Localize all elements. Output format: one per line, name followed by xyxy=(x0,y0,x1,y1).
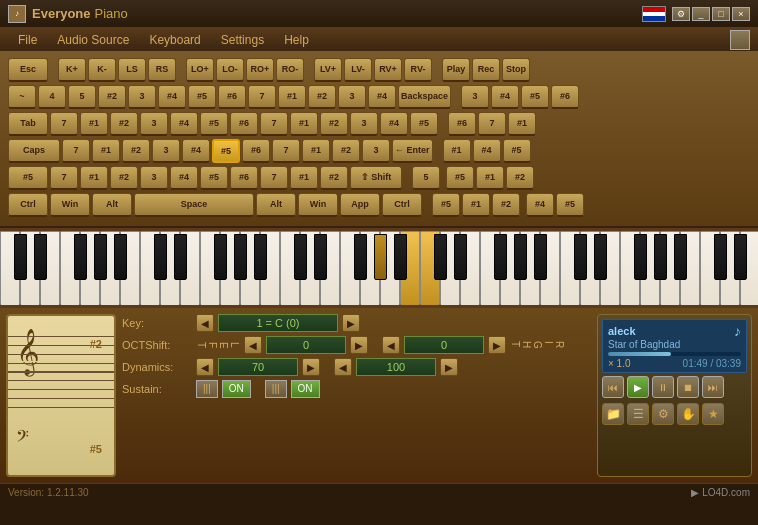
key-3-5[interactable]: 3 xyxy=(152,139,180,163)
close-button[interactable]: × xyxy=(732,7,750,21)
key-3-4[interactable]: 3 xyxy=(350,112,378,136)
key-stop[interactable]: Stop xyxy=(502,58,530,82)
white-key[interactable] xyxy=(80,231,100,307)
white-key[interactable] xyxy=(620,231,640,307)
white-key[interactable] xyxy=(180,231,200,307)
key-esc[interactable]: Esc xyxy=(8,58,48,82)
white-key[interactable] xyxy=(100,231,120,307)
key-7-5[interactable]: 7 xyxy=(272,139,300,163)
toolbar-icon[interactable]: ⚙ xyxy=(672,7,690,21)
player-prev-btn[interactable]: ⏮ xyxy=(602,376,624,398)
key-ro-plus[interactable]: RO+ xyxy=(246,58,274,82)
key-shift[interactable]: ⇧ Shift xyxy=(350,166,402,190)
key-r-s5[interactable]: #5 xyxy=(521,85,549,109)
key-s2-1[interactable]: #2 xyxy=(98,85,126,109)
white-key[interactable] xyxy=(420,231,440,307)
key-s5-highlighted[interactable]: #5 xyxy=(212,139,240,163)
key-s2-3[interactable]: #2 xyxy=(110,112,138,136)
key-left-btn[interactable]: ◀ xyxy=(196,314,214,332)
key-7-6[interactable]: 7 xyxy=(50,166,78,190)
key-s4-1[interactable]: #4 xyxy=(158,85,186,109)
white-key[interactable] xyxy=(200,231,220,307)
white-key[interactable] xyxy=(160,231,180,307)
key-alt-r[interactable]: Alt xyxy=(256,193,296,217)
key-win-l[interactable]: Win xyxy=(50,193,90,217)
white-key[interactable] xyxy=(140,231,160,307)
white-key[interactable] xyxy=(720,231,740,307)
white-key[interactable] xyxy=(240,231,260,307)
key-r-s4[interactable]: #4 xyxy=(491,85,519,109)
sustain-right-toggle[interactable]: ON xyxy=(291,380,320,398)
white-key[interactable] xyxy=(280,231,300,307)
key-ctrl-l[interactable]: Ctrl xyxy=(8,193,48,217)
key-s2-5[interactable]: #2 xyxy=(122,139,150,163)
key-s6-3[interactable]: #6 xyxy=(242,139,270,163)
key-r4-s1[interactable]: #1 xyxy=(476,166,504,190)
white-key[interactable] xyxy=(480,231,500,307)
key-s4-4[interactable]: #4 xyxy=(380,112,408,136)
key-space[interactable]: Space xyxy=(134,193,254,217)
key-s2-6[interactable]: #2 xyxy=(332,139,360,163)
key-s6-2[interactable]: #6 xyxy=(230,112,258,136)
white-key[interactable] xyxy=(40,231,60,307)
white-key[interactable] xyxy=(220,231,240,307)
key-r4-s5[interactable]: #5 xyxy=(446,166,474,190)
key-rs[interactable]: RS xyxy=(148,58,176,82)
key-rv-plus[interactable]: RV+ xyxy=(374,58,402,82)
key-s6-1[interactable]: #6 xyxy=(218,85,246,109)
player-play-btn[interactable]: ▶ xyxy=(627,376,649,398)
key-app[interactable]: App xyxy=(340,193,380,217)
key-s2-4[interactable]: #2 xyxy=(320,112,348,136)
key-7-1[interactable]: 7 xyxy=(248,85,276,109)
oct-left-minus[interactable]: ◀ xyxy=(244,336,262,354)
white-key[interactable] xyxy=(580,231,600,307)
white-key[interactable] xyxy=(540,231,560,307)
key-s1-1[interactable]: #1 xyxy=(278,85,306,109)
key-s5-3[interactable]: #5 xyxy=(410,112,438,136)
key-s5-2[interactable]: #5 xyxy=(200,112,228,136)
dyn-left-plus[interactable]: ▶ xyxy=(302,358,320,376)
key-3-2[interactable]: 3 xyxy=(338,85,366,109)
dyn-right-plus[interactable]: ▶ xyxy=(440,358,458,376)
white-key[interactable] xyxy=(740,231,758,307)
key-r4-s2[interactable]: #2 xyxy=(506,166,534,190)
key-k-minus[interactable]: K- xyxy=(88,58,116,82)
key-s4-6[interactable]: #4 xyxy=(170,166,198,190)
white-key[interactable] xyxy=(440,231,460,307)
menu-settings[interactable]: Settings xyxy=(211,31,274,49)
white-key[interactable] xyxy=(320,231,340,307)
menu-keyboard[interactable]: Keyboard xyxy=(139,31,210,49)
player-progress-bar[interactable] xyxy=(608,352,741,356)
player-stop-btn[interactable]: ⏹ xyxy=(677,376,699,398)
key-lo-minus[interactable]: LO- xyxy=(216,58,244,82)
key-s5-4[interactable]: #5 xyxy=(200,166,228,190)
white-key[interactable] xyxy=(300,231,320,307)
player-list-icon[interactable]: ☰ xyxy=(627,403,649,425)
key-ctrl-r[interactable]: Ctrl xyxy=(382,193,422,217)
key-r5-s4[interactable]: #4 xyxy=(526,193,554,217)
key-caps[interactable]: Caps xyxy=(8,139,60,163)
key-enter[interactable]: ← Enter xyxy=(392,139,433,163)
oct-right-plus[interactable]: ▶ xyxy=(488,336,506,354)
key-play[interactable]: Play xyxy=(442,58,470,82)
key-s2-7[interactable]: #2 xyxy=(110,166,138,190)
oct-left-plus[interactable]: ▶ xyxy=(350,336,368,354)
key-3-7[interactable]: 3 xyxy=(140,166,168,190)
key-s6-4[interactable]: #6 xyxy=(230,166,258,190)
key-ro-minus[interactable]: RO- xyxy=(276,58,304,82)
player-folder-icon[interactable]: 📁 xyxy=(602,403,624,425)
key-rv-minus[interactable]: RV- xyxy=(404,58,432,82)
key-s2-2[interactable]: #2 xyxy=(308,85,336,109)
player-hand-icon[interactable]: ✋ xyxy=(677,403,699,425)
oct-right-minus[interactable]: ◀ xyxy=(382,336,400,354)
key-s1-6[interactable]: #1 xyxy=(80,166,108,190)
key-7-2[interactable]: 7 xyxy=(50,112,78,136)
key-k-plus[interactable]: K+ xyxy=(58,58,86,82)
sustain-right-bars[interactable]: ||| xyxy=(265,380,287,398)
white-key[interactable] xyxy=(20,231,40,307)
key-backspace[interactable]: Backspace xyxy=(398,85,451,109)
player-star-icon[interactable]: ★ xyxy=(702,403,724,425)
key-lv-plus[interactable]: LV+ xyxy=(314,58,342,82)
sustain-left-bars[interactable]: ||| xyxy=(196,380,218,398)
white-key[interactable] xyxy=(520,231,540,307)
